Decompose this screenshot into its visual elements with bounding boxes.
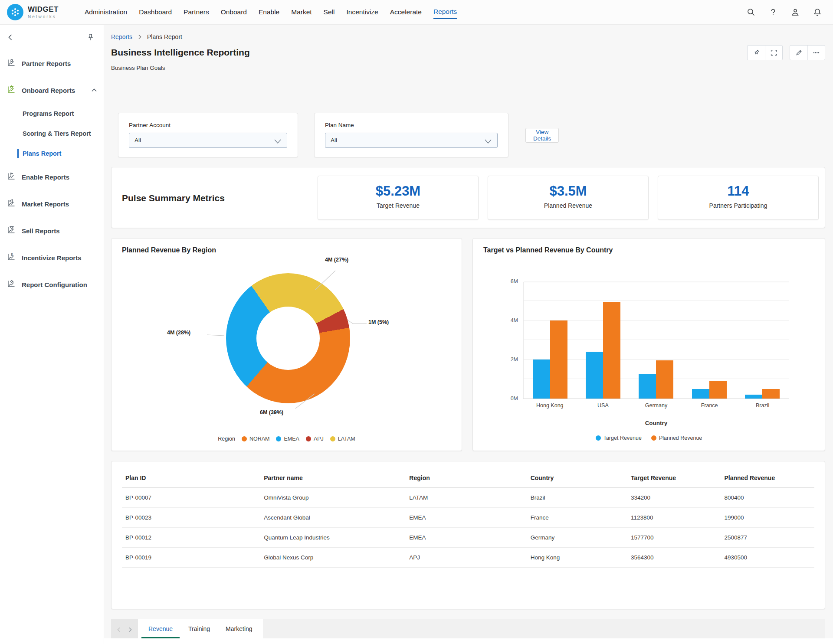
funnel-chart-icon (6, 226, 16, 236)
donut-callout-latam: 4M (27%) (325, 257, 348, 263)
donut-legend: RegionNORAMEMEAAPJLATAM (112, 436, 462, 442)
x-axis-label-germany: Germany (630, 402, 682, 409)
sidebar-item-market-reports[interactable]: Market Reports (0, 190, 104, 217)
sidebar-item-onboard-reports[interactable]: Onboard Reports (0, 77, 104, 104)
nav-item-reports[interactable]: Reports (433, 5, 457, 19)
partner-account-label: Partner Account (129, 122, 287, 128)
tab-scroll-left-icon[interactable] (116, 626, 121, 631)
legend-dot-icon (276, 436, 281, 441)
nav-item-administration[interactable]: Administration (85, 6, 127, 19)
bar-planned-revenue-germany[interactable] (656, 360, 673, 399)
nav-item-enable[interactable]: Enable (259, 6, 279, 19)
bar-target-revenue-hong-kong[interactable] (533, 360, 550, 399)
nav-item-accelerate[interactable]: Accelerate (390, 6, 422, 19)
sidebar-pin-icon[interactable] (86, 33, 95, 42)
bar-group-brazil (745, 389, 780, 399)
user-profile-icon[interactable] (791, 8, 800, 16)
bar-target-revenue-usa[interactable] (586, 352, 603, 399)
donut-chart-title: Planned Revenue By Region (122, 246, 216, 254)
brand-subname: Networks (28, 14, 59, 19)
donut-legend-title: Region (218, 436, 235, 442)
bar-planned-revenue-brazil[interactable] (762, 389, 780, 399)
bar-target-revenue-brazil[interactable] (745, 395, 762, 399)
bar-planned-revenue-france[interactable] (709, 381, 727, 399)
donut-legend-item-latam: LATAM (330, 436, 355, 442)
bar-target-revenue-france[interactable] (692, 389, 709, 399)
tab-scroll-arrows (111, 619, 138, 638)
nav-item-market[interactable]: Market (291, 6, 312, 19)
tab-marketing[interactable]: Marketing (218, 619, 260, 638)
plan-name-value: All (331, 137, 337, 144)
sidebar-item-enable-reports[interactable]: Enable Reports (0, 163, 104, 190)
flag-chart-icon (6, 172, 16, 182)
donut-callout-apj: 1M (5%) (368, 319, 389, 325)
legend-dot-icon (242, 436, 247, 441)
table-row[interactable]: BP-00012Quantum Leap IndustriesEMEAGerma… (122, 528, 814, 548)
bar-legend-item-planned-revenue: Planned Revenue (651, 435, 702, 441)
tab-scroll-right-icon[interactable] (128, 626, 133, 631)
x-axis-label-france: France (683, 402, 736, 409)
y-axis-tick-label: 2M (499, 356, 518, 363)
legend-dot-icon (306, 436, 311, 441)
bar-planned-revenue-hong-kong[interactable] (550, 320, 567, 399)
page-subtitle: Business Plan Goals (111, 65, 825, 71)
sidebar-item-report-configuration[interactable]: Report Configuration (0, 271, 104, 298)
metric-card-planned-revenue: $3.5MPlanned Revenue (488, 176, 649, 220)
nav-item-dashboard[interactable]: Dashboard (139, 6, 172, 19)
chevron-up-icon[interactable] (91, 87, 98, 94)
metric-card-partners-participating: 114Partners Participating (658, 176, 819, 220)
partner-account-dropdown[interactable]: All (129, 133, 287, 148)
target-vs-planned-revenue-chart-card: Target vs Planned Revenue By Country 0M2… (472, 238, 825, 451)
page-title: Business Intelligence Reporting (111, 47, 825, 58)
nav-item-sell[interactable]: Sell (324, 6, 335, 19)
notifications-bell-icon[interactable] (813, 8, 822, 16)
edit-pencil-button[interactable] (790, 46, 807, 60)
table-header-country[interactable]: Country (527, 467, 627, 488)
bar-chart-x-axis-title: Country (523, 420, 789, 426)
sidebar-subitem-plans-report[interactable]: Plans Report (0, 144, 104, 163)
view-details-button[interactable]: View Details (525, 128, 559, 143)
bar-planned-revenue-usa[interactable] (603, 302, 620, 399)
breadcrumb-current: Plans Report (147, 33, 182, 40)
table-row[interactable]: BP-00019Global Nexus CorpAPJHong Kong356… (122, 548, 814, 568)
plan-name-dropdown[interactable]: All (325, 133, 498, 148)
sidebar-item-sell-reports[interactable]: Sell Reports (0, 217, 104, 244)
sidebar-collapse-back-icon[interactable] (6, 33, 15, 42)
bar-target-revenue-germany[interactable] (639, 374, 656, 399)
bar-chart-plot-area (523, 282, 789, 399)
donut-hole (256, 307, 320, 370)
x-axis-label-brazil: Brazil (736, 402, 789, 409)
breadcrumb-link-reports[interactable]: Reports (111, 33, 132, 40)
sidebar-subitem-scoring-tiers-report[interactable]: Scoring & Tiers Report (0, 124, 104, 144)
table-header-region[interactable]: Region (406, 467, 527, 488)
pin-report-button[interactable] (748, 46, 765, 60)
sidebar-subitem-programs-report[interactable]: Programs Report (0, 104, 104, 124)
search-icon[interactable] (747, 8, 755, 16)
y-axis-tick-label: 6M (499, 278, 518, 284)
bar-group-germany (639, 360, 673, 399)
nav-item-onboard[interactable]: Onboard (221, 6, 247, 19)
tab-revenue[interactable]: Revenue (141, 619, 180, 638)
donut-callout-noram: 6M (39%) (260, 409, 283, 415)
bottom-whitespace (104, 638, 833, 644)
sidebar-item-partner-reports[interactable]: Partner Reports (0, 50, 104, 77)
more-options-ellipsis-button[interactable] (807, 46, 825, 60)
table-header-target-revenue[interactable]: Target Revenue (627, 467, 721, 488)
tab-training[interactable]: Training (180, 619, 218, 638)
table-header-partner-name[interactable]: Partner name (260, 467, 406, 488)
globe-dots-icon (7, 4, 23, 20)
table-row[interactable]: BP-00023Ascendant GlobalEMEAFrance112380… (122, 508, 814, 528)
table-header-planned-revenue[interactable]: Planned Revenue (721, 467, 815, 488)
table-header-plan-id[interactable]: Plan ID (122, 467, 260, 488)
fullscreen-button[interactable] (765, 46, 782, 60)
y-axis-tick-label: 4M (499, 317, 518, 324)
help-icon[interactable] (769, 8, 777, 16)
nav-item-partners[interactable]: Partners (184, 6, 209, 19)
table-row[interactable]: BP-00007OmniVista GroupLATAMBrazil334200… (122, 488, 814, 508)
plans-table: Plan IDPartner nameRegionCountryTarget R… (122, 467, 814, 568)
pulse-summary-heading: Pulse Summary Metrics (122, 193, 225, 203)
sidebar-item-incentivize-reports[interactable]: $Incentivize Reports (0, 244, 104, 271)
nav-item-incentivize[interactable]: Incentivize (346, 6, 378, 19)
donut-legend-item-noram: NORAM (242, 436, 270, 442)
legend-dot-icon (651, 435, 656, 441)
